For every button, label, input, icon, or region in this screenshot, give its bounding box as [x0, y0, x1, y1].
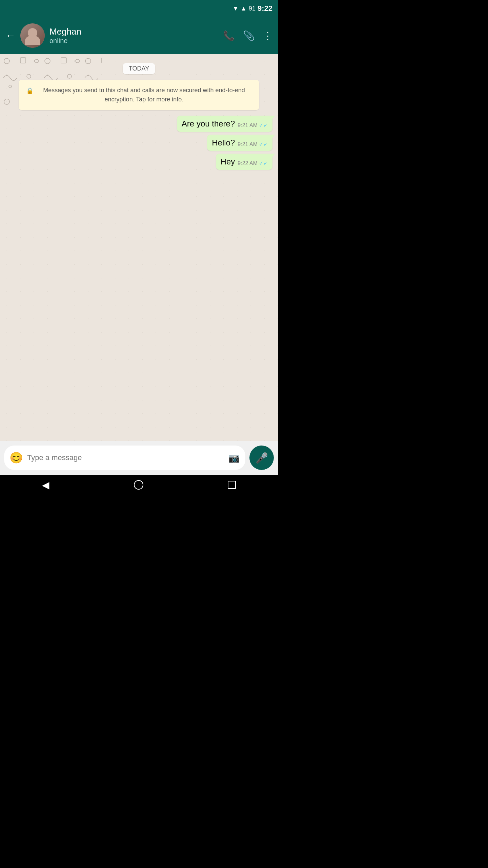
message-time: 9:21 AM: [238, 141, 258, 147]
avatar-image: [20, 23, 45, 48]
message-row: Hello? 9:21 AM ✓✓: [5, 135, 272, 151]
back-nav-button[interactable]: ◀: [42, 479, 49, 491]
header-actions: 📞 📎 ⋮: [223, 30, 272, 41]
message-status-icon: ✓✓: [259, 160, 268, 166]
mic-icon: 🎤: [256, 452, 268, 464]
back-button[interactable]: ←: [5, 30, 16, 41]
lock-icon: 🔒: [26, 86, 34, 96]
message-meta: 9:22 AM ✓✓: [238, 160, 268, 166]
messages-container: Are you there? 9:21 AM ✓✓ Hello? 9:21 AM…: [5, 114, 272, 172]
input-container: 😊 📷: [4, 446, 245, 470]
signal-icon: ▲: [241, 5, 247, 12]
navigation-bar: ◀: [0, 475, 278, 495]
message-row: Are you there? 9:21 AM ✓✓: [5, 116, 272, 132]
recent-nav-icon: [228, 481, 236, 489]
home-nav-icon: [134, 480, 143, 490]
encryption-text: Messages you send to this chat and calls…: [36, 86, 251, 104]
chat-background: TODAY 🔒 Messages you send to this chat a…: [0, 54, 278, 441]
message-bubble[interactable]: Hey 9:22 AM ✓✓: [216, 154, 272, 170]
attach-button[interactable]: 📎: [243, 30, 255, 41]
contact-info[interactable]: Meghan online: [49, 26, 218, 45]
message-time: 9:22 AM: [238, 160, 258, 166]
message-bubble[interactable]: Are you there? 9:21 AM ✓✓: [177, 116, 272, 132]
status-bar: ▼ ▲ 91 9:22: [0, 0, 278, 17]
avatar[interactable]: [20, 23, 45, 48]
battery-level: 91: [249, 5, 256, 12]
camera-button[interactable]: 📷: [228, 452, 240, 463]
call-button[interactable]: 📞: [223, 30, 235, 41]
chat-header: ← Meghan online 📞 📎 ⋮: [0, 17, 278, 54]
message-text: Hello?: [212, 138, 235, 147]
date-badge: TODAY: [123, 63, 155, 74]
message-status-icon: ✓✓: [259, 122, 268, 129]
wifi-icon: ▼: [232, 5, 239, 12]
mic-button[interactable]: 🎤: [249, 446, 274, 470]
message-meta: 9:21 AM ✓✓: [238, 122, 268, 129]
chat-content: TODAY 🔒 Messages you send to this chat a…: [0, 54, 278, 177]
message-row: Hey 9:22 AM ✓✓: [5, 154, 272, 170]
back-nav-icon: ◀: [42, 479, 49, 491]
input-bar: 😊 📷 🎤: [0, 441, 278, 475]
emoji-button[interactable]: 😊: [9, 451, 23, 464]
message-text: Are you there?: [182, 119, 235, 129]
encryption-notice[interactable]: 🔒 Messages you send to this chat and cal…: [19, 80, 259, 110]
message-meta: 9:21 AM ✓✓: [238, 141, 268, 147]
status-time: 9:22: [258, 4, 272, 13]
contact-status: online: [49, 37, 218, 45]
recent-nav-button[interactable]: [228, 481, 236, 489]
message-time: 9:21 AM: [238, 122, 258, 129]
status-icons: ▼ ▲ 91 9:22: [232, 4, 272, 13]
back-arrow-icon: ←: [5, 30, 16, 41]
message-status-icon: ✓✓: [259, 141, 268, 147]
more-options-button[interactable]: ⋮: [263, 30, 272, 41]
message-text: Hey: [221, 157, 235, 166]
message-input[interactable]: [27, 453, 224, 462]
message-bubble[interactable]: Hello? 9:21 AM ✓✓: [207, 135, 272, 151]
home-nav-button[interactable]: [134, 480, 143, 490]
contact-name: Meghan: [49, 26, 218, 37]
